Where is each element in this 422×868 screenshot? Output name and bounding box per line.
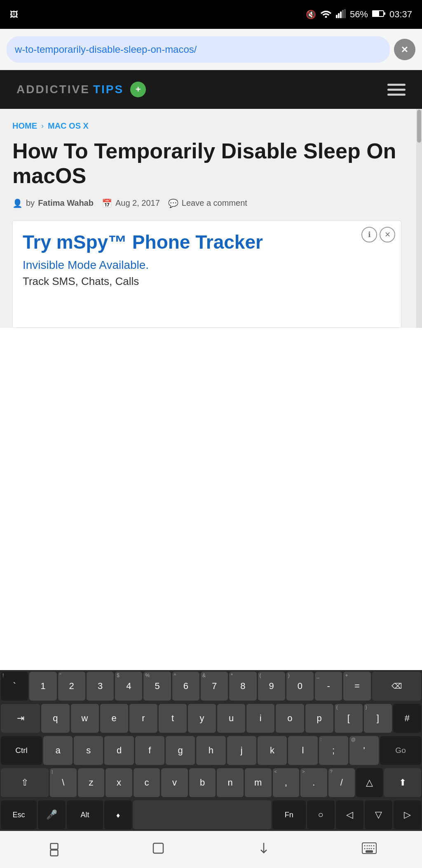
- ad-info-button[interactable]: ℹ: [361, 227, 377, 242]
- key-r[interactable]: r: [129, 704, 157, 733]
- key-a[interactable]: a: [43, 736, 73, 765]
- key-2[interactable]: " 2: [58, 672, 85, 701]
- key-tab[interactable]: ⇥: [1, 704, 40, 733]
- key-4[interactable]: $ 4: [115, 672, 142, 701]
- key-go[interactable]: Go: [380, 736, 421, 765]
- key-h[interactable]: h: [196, 736, 225, 765]
- key-bracket-left[interactable]: { [: [335, 704, 363, 733]
- tab-icon: ⇥: [17, 713, 24, 724]
- keyboard[interactable]: ! ` 1 " 2 3 $ 4 % 5 ^ 6 & 7: [0, 670, 422, 831]
- nav-home[interactable]: [146, 837, 171, 862]
- key-minus[interactable]: _ -: [315, 672, 342, 701]
- site-logo[interactable]: ADDICTIVE TIPS +: [16, 82, 146, 97]
- nav-keyboard[interactable]: [357, 837, 382, 862]
- keyboard-row-zxcv: ⇧ | \ z x c v b n m < , > . ? / △ ⬆: [0, 767, 422, 799]
- key-triangle-up[interactable]: △: [356, 768, 383, 797]
- key-shift-right[interactable]: ⬆: [384, 768, 421, 797]
- key-slash[interactable]: ? /: [328, 768, 355, 797]
- key-w[interactable]: w: [71, 704, 99, 733]
- key-i[interactable]: i: [246, 704, 274, 733]
- key-7[interactable]: & 7: [201, 672, 228, 701]
- keyboard-icon: [362, 842, 377, 857]
- key-alt[interactable]: Alt: [67, 800, 103, 829]
- key-ctrl[interactable]: Ctrl: [1, 736, 42, 765]
- key-microphone[interactable]: 🎤: [38, 800, 66, 829]
- key-hash[interactable]: #: [393, 704, 421, 733]
- author-name[interactable]: Fatima Wahab: [38, 198, 94, 208]
- key-shift-left[interactable]: ⇧: [1, 768, 49, 797]
- ad-title[interactable]: Try mSpy™ Phone Tracker: [23, 231, 391, 254]
- key-down-triangle[interactable]: ▽: [365, 800, 392, 829]
- key-o[interactable]: o: [276, 704, 304, 733]
- key-d[interactable]: d: [104, 736, 134, 765]
- key-f[interactable]: f: [135, 736, 164, 765]
- key-v[interactable]: v: [161, 768, 188, 797]
- nav-back[interactable]: [251, 837, 276, 862]
- key-s[interactable]: s: [74, 736, 103, 765]
- status-bar: 🖼 🔇 56% 0: [0, 0, 422, 29]
- key-5[interactable]: % 5: [143, 672, 171, 701]
- svg-rect-4: [342, 10, 344, 18]
- key-b[interactable]: b: [189, 768, 216, 797]
- key-c[interactable]: c: [134, 768, 160, 797]
- key-backtick[interactable]: ! `: [1, 672, 28, 701]
- hamburger-line-1: [387, 84, 406, 86]
- logo-addictive: ADDICTIVE: [16, 83, 90, 96]
- key-j[interactable]: j: [227, 736, 256, 765]
- key-6[interactable]: ^ 6: [172, 672, 199, 701]
- key-right-triangle[interactable]: ▷: [394, 800, 421, 829]
- key-m[interactable]: m: [245, 768, 272, 797]
- key-q[interactable]: q: [41, 704, 69, 733]
- nav-recent-apps[interactable]: [40, 837, 65, 862]
- key-p[interactable]: p: [305, 704, 333, 733]
- hamburger-line-2: [387, 89, 406, 91]
- key-1[interactable]: 1: [29, 672, 56, 701]
- key-e[interactable]: e: [100, 704, 128, 733]
- bottom-navigation: [0, 831, 422, 868]
- key-y[interactable]: y: [188, 704, 216, 733]
- key-backspace[interactable]: ⌫: [372, 672, 421, 701]
- key-circle[interactable]: ○: [307, 800, 335, 829]
- breadcrumb-home[interactable]: HOME: [12, 121, 37, 131]
- key-8[interactable]: * 8: [229, 672, 256, 701]
- key-fn[interactable]: Fn: [272, 800, 306, 829]
- signal-icon: [336, 9, 346, 20]
- battery-icon: [372, 10, 385, 19]
- key-l[interactable]: l: [288, 736, 317, 765]
- key-0[interactable]: ) 0: [286, 672, 314, 701]
- key-special[interactable]: ⬧: [104, 800, 132, 829]
- key-z[interactable]: z: [78, 768, 105, 797]
- key-left-triangle[interactable]: ◁: [336, 800, 363, 829]
- key-apostrophe[interactable]: @ ': [349, 736, 379, 765]
- url-close-button[interactable]: ×: [394, 39, 415, 60]
- meta-author-item: 👤 by Fatima Wahab: [12, 198, 94, 208]
- ad-close-button[interactable]: ✕: [380, 227, 395, 242]
- key-equals[interactable]: + =: [343, 672, 370, 701]
- key-backslash[interactable]: | \: [50, 768, 77, 797]
- key-space[interactable]: [133, 800, 271, 829]
- calendar-icon: 📅: [102, 198, 112, 208]
- key-9[interactable]: ( 9: [258, 672, 285, 701]
- breadcrumb-category[interactable]: MAC OS X: [48, 121, 89, 131]
- key-g[interactable]: g: [166, 736, 195, 765]
- key-n[interactable]: n: [217, 768, 244, 797]
- key-t[interactable]: t: [159, 704, 187, 733]
- article-date: Aug 2, 2017: [115, 198, 160, 208]
- key-u[interactable]: u: [217, 704, 245, 733]
- key-semicolon[interactable]: : ;: [319, 736, 348, 765]
- key-x[interactable]: x: [106, 768, 132, 797]
- keyboard-row-bottom: Esc 🎤 Alt ⬧ Fn ○ ◁ ▽ ▷: [0, 799, 422, 831]
- meta-comment-item[interactable]: 💬 Leave a comment: [168, 198, 247, 208]
- key-3[interactable]: 3: [87, 672, 114, 701]
- url-text[interactable]: w-to-temporarily-disable-sleep-on-macos/: [15, 44, 197, 55]
- comment-icon: 💬: [168, 198, 178, 208]
- key-k[interactable]: k: [258, 736, 287, 765]
- key-esc[interactable]: Esc: [1, 800, 37, 829]
- key-comma[interactable]: < ,: [273, 768, 300, 797]
- key-period[interactable]: > .: [300, 768, 327, 797]
- url-input[interactable]: w-to-temporarily-disable-sleep-on-macos/: [7, 36, 390, 63]
- key-bracket-right[interactable]: } ]: [364, 704, 392, 733]
- hamburger-menu-button[interactable]: [387, 84, 406, 96]
- scroll-indicator[interactable]: [416, 109, 422, 328]
- comment-link[interactable]: Leave a comment: [182, 198, 247, 208]
